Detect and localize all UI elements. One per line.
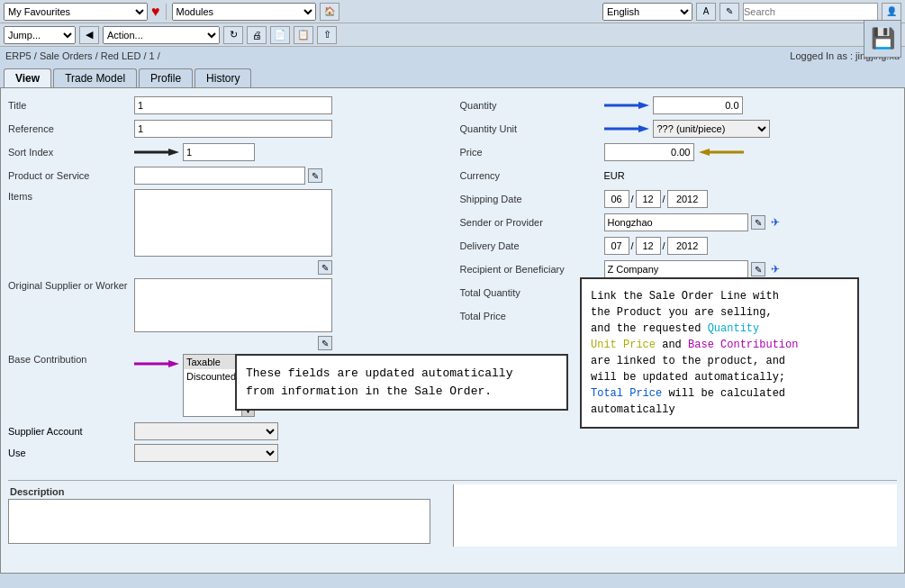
top-bar: My Favourites ♥ Modules 🏠 English A ✎ 👤 [0,0,905,23]
price-input[interactable] [604,143,694,161]
use-row: Use [8,444,446,462]
taxable-item[interactable]: Taxable [184,355,241,369]
refresh-icon[interactable]: ↻ [223,26,243,44]
modules-select[interactable]: Modules [172,3,316,21]
tooltip-line3: and the requested Quantity [591,321,848,337]
shipping-date-day[interactable] [604,190,629,208]
delivery-date-day[interactable] [604,237,629,255]
search-input[interactable] [743,3,878,21]
reference-value [134,120,332,138]
jump-select[interactable]: Jump... [4,26,76,44]
sort-index-input[interactable] [183,143,255,161]
description-textarea[interactable] [8,499,430,544]
sender-row: Sender or Provider ✎ ✈ [460,213,898,232]
delivery-date-month[interactable] [636,237,661,255]
currency-row: Currency EUR [460,166,898,185]
original-supplier-label: Original Supplier or Worker [8,280,134,350]
tooltip-quantity: Quantity [708,322,760,335]
svg-marker-8 [699,149,710,156]
description-section: Description [8,480,897,547]
recipient-input[interactable] [604,260,748,278]
sort-index-arrow-icon [134,146,179,158]
action-select[interactable]: Action... [103,26,220,44]
quantity-unit-arrow-icon [604,122,649,135]
sender-label: Sender or Provider [460,217,604,228]
heart-icon[interactable]: ♥ [151,4,160,20]
upload-icon[interactable]: ⇧ [317,26,337,44]
recipient-edit-icon[interactable]: ✎ [751,262,765,276]
tooltip-box: Link the Sale Order Line with the Produc… [580,277,859,429]
quantity-unit-select[interactable]: ??? (unit/piece) [653,120,770,138]
sender-edit-icon[interactable]: ✎ [751,215,765,230]
use-select[interactable] [134,444,278,462]
spell-icon[interactable]: ✎ [719,3,739,21]
svg-marker-7 [638,125,649,132]
shipping-date-row: Shipping Date / / [460,189,898,209]
action-bar: Jump... ◀ Action... ↻ 🖨 📄 📋 ⇧ [0,23,905,47]
file2-icon[interactable]: 📋 [294,26,313,44]
product-service-input[interactable] [134,167,305,185]
sort-index-row: Sort Index [8,142,446,162]
save-button[interactable]: 💾 [864,20,901,58]
price-value [604,143,744,161]
sender-nav-icon[interactable]: ✈ [768,215,783,230]
shipping-date-month[interactable] [636,190,661,208]
description-left: Description [8,484,453,547]
delivery-date-year[interactable] [667,237,708,255]
tab-trade-model[interactable]: Trade Model [53,68,137,87]
print-icon[interactable]: 🖨 [247,26,267,44]
tab-profile[interactable]: Profile [139,68,193,87]
sender-input[interactable] [604,213,748,231]
product-service-value: ✎ [134,167,322,185]
supplier-account-select[interactable] [134,422,278,440]
product-service-label: Product or Service [8,170,134,181]
reference-label: Reference [8,123,134,134]
title-input[interactable] [134,96,332,114]
discounted-item[interactable]: Discounted [184,369,241,384]
sort-index-value [183,143,255,161]
file-icon[interactable]: 📄 [270,26,290,44]
separator [166,4,167,20]
tooltip-line2: the Product you are selling, [591,304,848,321]
items-edit-icon[interactable]: ✎ [318,260,332,275]
tooltip-line5: are linked to the product, and [591,353,848,369]
title-row: Title [8,95,446,115]
product-service-row: Product or Service ✎ [8,166,446,185]
original-supplier-row: Original Supplier or Worker ✎ [8,278,446,350]
base-contribution-arrow-icon [134,357,179,370]
quantity-input[interactable] [653,96,743,114]
tooltip-line4: Unit Price and Base Contribution [591,337,848,353]
favourites-select[interactable]: My Favourites [4,3,148,21]
items-textarea[interactable] [134,189,332,257]
home-icon[interactable]: 🏠 [320,3,339,21]
items-value: ✎ [134,189,332,275]
tabs: View Trade Model Profile History [0,65,905,87]
svg-marker-3 [168,360,179,367]
sort-index-label: Sort Index [8,147,134,158]
callout-box: These fields are updated automatically f… [235,354,568,411]
recipient-nav-icon[interactable]: ✈ [768,262,783,276]
delivery-date-value: / / [604,237,708,255]
search-icon[interactable]: 👤 [882,3,901,21]
language-select[interactable]: English [602,3,692,21]
shipping-date-year[interactable] [667,190,708,208]
lang-icon[interactable]: A [696,3,716,21]
quantity-unit-label: Quantity Unit [460,123,604,134]
tab-history[interactable]: History [195,68,251,87]
tab-view[interactable]: View [4,68,51,87]
recipient-value: ✎ ✈ [604,260,783,278]
original-supplier-textarea[interactable] [134,278,332,332]
price-label: Price [460,147,604,158]
original-supplier-value: ✎ [134,278,332,350]
description-label: Description [8,484,453,499]
delivery-date-sep1: / [631,240,634,251]
reference-input[interactable] [134,120,332,138]
nav-prev-icon[interactable]: ◀ [79,26,99,44]
original-supplier-edit-icon[interactable]: ✎ [318,336,332,350]
tooltip-unit-price: Unit Price [591,339,656,351]
quantity-unit-value: ??? (unit/piece) [653,120,770,138]
delivery-date-sep2: / [663,240,665,251]
product-service-edit-icon[interactable]: ✎ [308,168,322,183]
quantity-value [653,96,743,114]
shipping-date-sep2: / [663,194,665,204]
